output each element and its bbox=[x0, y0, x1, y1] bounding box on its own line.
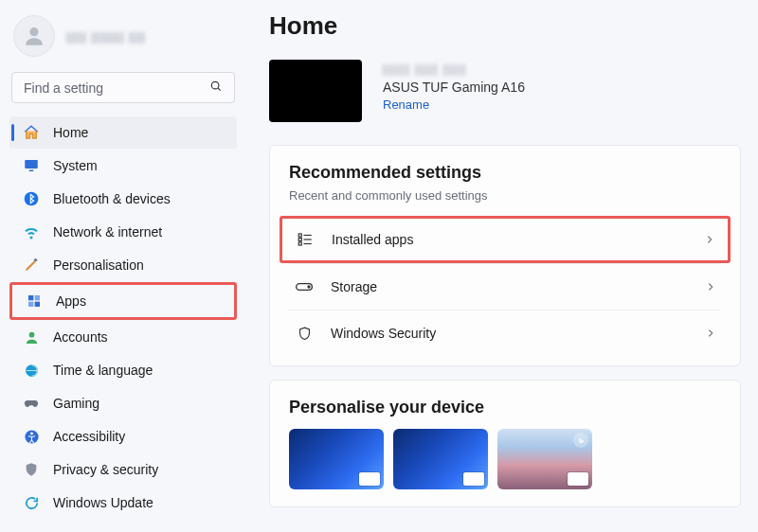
svg-rect-16 bbox=[298, 239, 301, 241]
apps-icon bbox=[26, 293, 43, 310]
home-icon bbox=[23, 124, 40, 141]
chevron-right-icon bbox=[706, 326, 715, 341]
nav-time[interactable]: Time & language bbox=[9, 354, 237, 386]
svg-point-14 bbox=[30, 432, 33, 434]
svg-rect-4 bbox=[29, 170, 34, 172]
device-owner: |||||| ||||| ||||| bbox=[383, 62, 525, 76]
main: Home |||||| ||||| ||||| ASUS TUF Gaming … bbox=[246, 0, 758, 532]
nav-label: System bbox=[53, 158, 98, 173]
profile-row[interactable]: ||||| |||||||| |||| bbox=[9, 9, 237, 70]
nav-privacy[interactable]: Privacy & security bbox=[9, 453, 237, 486]
search-input[interactable] bbox=[24, 80, 209, 96]
theme-tile[interactable] bbox=[393, 429, 488, 489]
svg-rect-7 bbox=[28, 295, 33, 300]
theme-thumbnails bbox=[289, 429, 721, 489]
nav-home[interactable]: Home bbox=[9, 116, 237, 149]
svg-line-2 bbox=[218, 88, 221, 91]
device-thumbnail[interactable] bbox=[269, 60, 362, 122]
svg-rect-3 bbox=[25, 160, 38, 168]
wifi-icon bbox=[23, 223, 40, 240]
chevron-right-icon bbox=[706, 279, 715, 294]
nav-network[interactable]: Network & internet bbox=[9, 216, 237, 248]
personalise-card: Personalise your device bbox=[269, 380, 741, 507]
update-icon bbox=[23, 494, 40, 511]
setting-label: Windows Security bbox=[331, 326, 689, 341]
nav-label: Windows Update bbox=[53, 495, 153, 510]
svg-rect-15 bbox=[298, 234, 301, 237]
shield-outline-icon bbox=[295, 324, 314, 343]
search-icon bbox=[209, 80, 223, 96]
card-subtitle: Recent and commonly used settings bbox=[289, 188, 721, 203]
svg-point-22 bbox=[308, 286, 310, 288]
device-row: |||||| ||||| ||||| ASUS TUF Gaming A16 R… bbox=[269, 60, 741, 122]
setting-label: Storage bbox=[331, 279, 689, 294]
monitor-icon bbox=[23, 157, 40, 174]
svg-rect-17 bbox=[298, 242, 301, 245]
search-box[interactable] bbox=[11, 72, 235, 103]
setting-label: Installed apps bbox=[332, 232, 688, 247]
theme-tile[interactable] bbox=[289, 429, 384, 489]
nav-personalisation[interactable]: Personalisation bbox=[9, 249, 237, 281]
nav-label: Bluetooth & devices bbox=[53, 191, 171, 206]
svg-rect-9 bbox=[28, 302, 33, 307]
nav-label: Accounts bbox=[53, 329, 108, 345]
nav-accounts[interactable]: Accounts bbox=[9, 321, 237, 353]
storage-icon bbox=[295, 277, 314, 296]
nav-label: Accessibility bbox=[53, 429, 125, 444]
device-info: |||||| ||||| ||||| ASUS TUF Gaming A16 R… bbox=[383, 60, 525, 112]
nav-windows-update[interactable]: Windows Update bbox=[9, 487, 237, 519]
theme-tile[interactable] bbox=[497, 429, 592, 489]
svg-point-1 bbox=[211, 81, 219, 89]
brush-icon bbox=[23, 257, 40, 274]
account-icon bbox=[23, 328, 40, 346]
recommended-card: Recommended settings Recent and commonly… bbox=[269, 145, 741, 366]
svg-rect-8 bbox=[35, 295, 40, 300]
nav-accessibility[interactable]: Accessibility bbox=[9, 420, 237, 452]
setting-windows-security[interactable]: Windows Security bbox=[289, 310, 721, 356]
sidebar: ||||| |||||||| |||| Home System bbox=[0, 0, 246, 532]
gamepad-icon bbox=[23, 395, 40, 412]
nav-label: Time & language bbox=[53, 363, 153, 378]
nav-label: Network & internet bbox=[53, 224, 162, 239]
nav-label: Home bbox=[53, 125, 88, 140]
svg-rect-10 bbox=[35, 302, 40, 307]
nav-label: Privacy & security bbox=[53, 462, 158, 477]
installed-apps-icon bbox=[296, 230, 315, 249]
shield-icon bbox=[23, 461, 40, 478]
nav-bluetooth[interactable]: Bluetooth & devices bbox=[9, 183, 237, 215]
profile-name: ||||| |||||||| |||| bbox=[66, 29, 146, 44]
nav-gaming[interactable]: Gaming bbox=[9, 387, 237, 419]
page-title: Home bbox=[269, 11, 741, 41]
bing-icon bbox=[573, 433, 588, 448]
nav-system[interactable]: System bbox=[9, 150, 237, 182]
avatar bbox=[13, 15, 55, 57]
card-title: Personalise your device bbox=[289, 398, 721, 417]
nav-label: Personalisation bbox=[53, 257, 144, 273]
accessibility-icon bbox=[23, 428, 40, 445]
nav-label: Gaming bbox=[53, 396, 99, 411]
nav-label: Apps bbox=[56, 293, 86, 309]
user-icon bbox=[22, 24, 46, 48]
nav: Home System Bluetooth & devices Network … bbox=[9, 116, 237, 519]
rename-link[interactable]: Rename bbox=[383, 98, 429, 112]
setting-storage[interactable]: Storage bbox=[289, 263, 721, 310]
clock-globe-icon bbox=[23, 362, 40, 379]
nav-apps[interactable]: Apps bbox=[9, 282, 237, 320]
card-title: Recommended settings bbox=[289, 163, 721, 183]
bluetooth-icon bbox=[23, 190, 40, 207]
chevron-right-icon bbox=[705, 232, 714, 247]
svg-point-11 bbox=[28, 331, 34, 337]
device-model: ASUS TUF Gaming A16 bbox=[383, 80, 525, 95]
svg-point-0 bbox=[29, 27, 38, 36]
setting-installed-apps[interactable]: Installed apps bbox=[280, 216, 731, 263]
